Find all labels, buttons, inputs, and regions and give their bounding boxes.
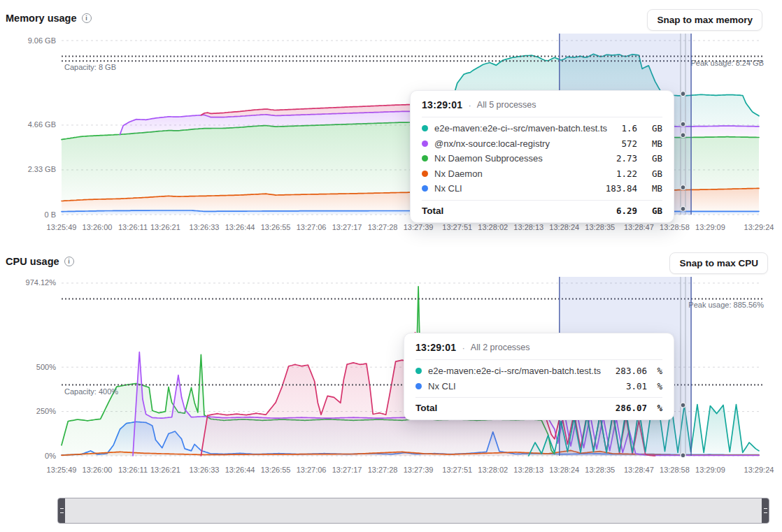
svg-text:13:25:49: 13:25:49 bbox=[47, 466, 77, 474]
series-dot bbox=[422, 125, 428, 131]
svg-text:974.12%: 974.12% bbox=[26, 278, 57, 287]
total-value: 286.07 bbox=[616, 403, 647, 413]
tooltip-row: @nx/nx-source:local-registry 572 MB bbox=[422, 136, 662, 152]
total-label: Total bbox=[422, 206, 610, 216]
process-value: 283.06 bbox=[616, 366, 647, 376]
process-value: 1.6 bbox=[621, 123, 637, 134]
svg-text:13:26:55: 13:26:55 bbox=[261, 466, 291, 474]
process-unit: GB bbox=[644, 123, 662, 134]
process-name: Nx CLI bbox=[428, 381, 620, 391]
svg-text:250%: 250% bbox=[36, 407, 56, 415]
memory-chart-header: Memory usage i bbox=[6, 13, 92, 24]
process-name: Nx Daemon bbox=[434, 168, 610, 179]
tooltip-time: 13:29:01 bbox=[415, 342, 456, 353]
svg-text:13:27:51: 13:27:51 bbox=[442, 223, 472, 231]
svg-text:13:25:49: 13:25:49 bbox=[47, 223, 77, 231]
snap-to-max-memory-button[interactable]: Snap to max memory bbox=[647, 9, 762, 31]
svg-text:13:28:35: 13:28:35 bbox=[585, 466, 615, 474]
svg-text:4.66 GB: 4.66 GB bbox=[28, 120, 56, 129]
scrollbar-handle-left[interactable] bbox=[58, 498, 65, 523]
series-dot bbox=[415, 383, 422, 389]
svg-text:13:26:33: 13:26:33 bbox=[190, 466, 220, 474]
svg-text:13:26:55: 13:26:55 bbox=[261, 223, 291, 231]
svg-text:13:26:00: 13:26:00 bbox=[83, 223, 113, 231]
svg-text:13:27:06: 13:27:06 bbox=[297, 223, 327, 231]
cpu-chart-title: CPU usage bbox=[6, 256, 59, 267]
svg-text:13:28:13: 13:28:13 bbox=[513, 223, 543, 231]
process-unit: MB bbox=[644, 183, 662, 194]
svg-text:13:26:21: 13:26:21 bbox=[150, 223, 180, 231]
svg-text:13:26:33: 13:26:33 bbox=[190, 223, 220, 231]
svg-text:13:28:35: 13:28:35 bbox=[585, 223, 615, 231]
svg-text:13:29:09: 13:29:09 bbox=[695, 466, 725, 474]
process-name: e2e-maven:e2e-ci--src/maven-batch.test.t… bbox=[434, 123, 615, 134]
tooltip-separator: · bbox=[462, 343, 464, 353]
svg-text:13:28:02: 13:28:02 bbox=[478, 466, 508, 474]
tooltip-time: 13:29:01 bbox=[422, 99, 462, 110]
svg-text:13:27:51: 13:27:51 bbox=[442, 466, 472, 474]
series-dot bbox=[422, 155, 428, 161]
grip-icon bbox=[60, 508, 64, 513]
svg-text:13:27:06: 13:27:06 bbox=[297, 466, 327, 474]
svg-text:13:28:13: 13:28:13 bbox=[513, 466, 543, 474]
cpu-tooltip-header: 13:29:01 · All 2 processes bbox=[415, 333, 662, 360]
memory-tooltip: 13:29:01 · All 5 processes e2e-maven:e2e… bbox=[410, 90, 674, 223]
snap-to-max-cpu-button[interactable]: Snap to max CPU bbox=[669, 252, 768, 274]
process-value: 183.84 bbox=[606, 183, 637, 194]
process-name: Nx Daemon Subprocesses bbox=[434, 153, 610, 164]
svg-text:0%: 0% bbox=[45, 452, 56, 460]
nx-profiler-page: 9.06 GB4.66 GB2.33 GB0 BCapacity: 8 GBPe… bbox=[0, 0, 782, 532]
series-dot bbox=[415, 368, 422, 374]
svg-text:500%: 500% bbox=[36, 363, 56, 371]
tooltip-total-row: Total 286.07 % bbox=[415, 397, 662, 419]
cpu-chart-header: CPU usage i bbox=[6, 256, 74, 267]
svg-text:13:27:28: 13:27:28 bbox=[368, 466, 398, 474]
svg-text:13:29:24: 13:29:24 bbox=[744, 466, 774, 474]
svg-text:13:27:39: 13:27:39 bbox=[404, 223, 434, 231]
time-range-scrollbar[interactable] bbox=[57, 498, 769, 524]
process-unit: GB bbox=[644, 153, 662, 164]
svg-text:13:26:21: 13:26:21 bbox=[150, 466, 180, 474]
process-unit: % bbox=[653, 381, 662, 391]
tooltip-row: Nx CLI 3.01 % bbox=[415, 379, 662, 394]
memory-tooltip-header: 13:29:01 · All 5 processes bbox=[422, 91, 662, 117]
svg-text:13:26:00: 13:26:00 bbox=[83, 466, 113, 474]
svg-text:13:27:17: 13:27:17 bbox=[332, 223, 362, 231]
svg-text:13:27:39: 13:27:39 bbox=[404, 466, 434, 474]
svg-text:13:29:24: 13:29:24 bbox=[744, 223, 774, 231]
svg-text:0 B: 0 B bbox=[44, 210, 56, 219]
svg-text:13:28:58: 13:28:58 bbox=[660, 466, 690, 474]
svg-text:13:26:11: 13:26:11 bbox=[118, 466, 148, 474]
process-value: 1.22 bbox=[616, 168, 637, 179]
process-unit: GB bbox=[644, 168, 662, 179]
memory-info-icon[interactable]: i bbox=[82, 13, 92, 23]
svg-text:13:28:58: 13:28:58 bbox=[660, 223, 690, 231]
total-value: 6.29 bbox=[616, 206, 637, 216]
process-unit: MB bbox=[644, 138, 662, 149]
process-name: e2e-maven:e2e-ci--src/maven-batch.test.t… bbox=[428, 366, 609, 376]
series-dot bbox=[422, 185, 428, 192]
series-dot bbox=[422, 141, 428, 147]
tooltip-row: e2e-maven:e2e-ci--src/maven-batch.test.t… bbox=[415, 364, 662, 379]
total-label: Total bbox=[415, 403, 609, 413]
tooltip-row: Nx CLI 183.84 MB bbox=[422, 181, 662, 196]
svg-text:13:26:44: 13:26:44 bbox=[225, 223, 255, 231]
process-name: @nx/nx-source:local-registry bbox=[434, 138, 615, 149]
total-unit: GB bbox=[644, 206, 662, 216]
tooltip-row: Nx Daemon Subprocesses 2.73 GB bbox=[422, 151, 662, 166]
svg-text:13:28:47: 13:28:47 bbox=[624, 223, 654, 231]
cpu-tooltip: 13:29:01 · All 2 processes e2e-maven:e2e… bbox=[404, 333, 674, 420]
process-value: 3.01 bbox=[626, 381, 647, 391]
svg-text:13:28:02: 13:28:02 bbox=[478, 223, 508, 231]
tooltip-subtitle: All 5 processes bbox=[477, 100, 536, 110]
process-value: 572 bbox=[621, 138, 637, 149]
svg-text:9.06 GB: 9.06 GB bbox=[28, 36, 56, 45]
process-value: 2.73 bbox=[616, 153, 637, 164]
svg-text:2.33 GB: 2.33 GB bbox=[28, 165, 56, 173]
tooltip-separator: · bbox=[468, 100, 471, 110]
scrollbar-handle-right[interactable] bbox=[762, 498, 769, 523]
memory-chart-title: Memory usage bbox=[6, 13, 77, 24]
tooltip-row: Nx Daemon 1.22 GB bbox=[422, 166, 662, 182]
svg-text:13:29:09: 13:29:09 bbox=[695, 223, 725, 231]
cpu-info-icon[interactable]: i bbox=[64, 257, 74, 266]
